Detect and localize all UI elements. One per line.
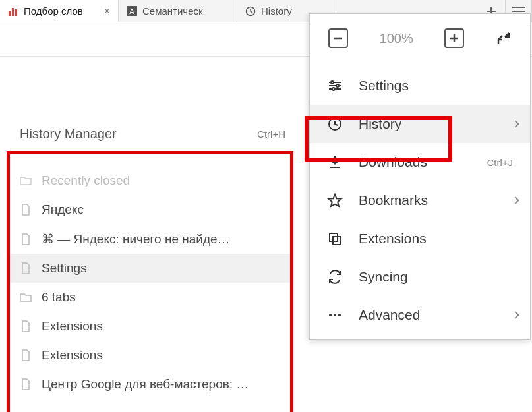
- history-item-label: Центр Google для веб-мастеров: …: [42, 377, 249, 392]
- menu-label: Syncing: [359, 269, 408, 285]
- menu-bookmarks[interactable]: Bookmarks: [310, 181, 530, 220]
- chevron-right-icon: [512, 120, 519, 127]
- menu-shortcut: Ctrl+J: [487, 157, 513, 168]
- menu-label: Bookmarks: [359, 192, 428, 208]
- zoom-in-button[interactable]: [444, 28, 464, 48]
- folder-icon: [19, 291, 32, 304]
- history-item-label: Extensions: [42, 348, 103, 363]
- history-manager-shortcut: Ctrl+H: [257, 129, 285, 140]
- history-item-label: 6 tabs: [42, 290, 76, 305]
- zoom-level: 100%: [380, 31, 413, 46]
- page-icon: [19, 349, 32, 362]
- svg-rect-7: [512, 11, 525, 12]
- history-item-label: Яндекс: [42, 202, 84, 217]
- svg-point-11: [332, 88, 335, 90]
- history-item[interactable]: Extensions: [10, 312, 290, 341]
- tab-label: History: [261, 5, 292, 16]
- history-recently-closed: Recently closed: [10, 166, 290, 195]
- history-item[interactable]: Центр Google для веб-мастеров: …: [10, 370, 290, 399]
- menu-advanced[interactable]: Advanced: [310, 296, 530, 334]
- menu-label: Advanced: [359, 307, 420, 323]
- svg-rect-2: [15, 9, 17, 16]
- svg-point-16: [334, 314, 336, 316]
- page-icon: [19, 378, 32, 391]
- history-item-label: Extensions: [42, 319, 103, 334]
- dots-icon: [327, 307, 343, 323]
- svg-point-17: [338, 314, 341, 316]
- svg-point-10: [336, 84, 339, 87]
- bars-icon: [8, 6, 18, 16]
- extensions-icon: [327, 231, 343, 247]
- tab-semantichesk[interactable]: А Семантическ: [119, 0, 237, 22]
- menu-label: Settings: [359, 78, 409, 94]
- zoom-out-button[interactable]: [328, 28, 348, 48]
- history-item[interactable]: Extensions: [10, 341, 290, 370]
- menu-label: Downloads: [359, 154, 427, 170]
- download-icon: [327, 154, 343, 170]
- menu-history[interactable]: History: [310, 105, 530, 143]
- fullscreen-icon[interactable]: [496, 30, 512, 46]
- sliders-icon: [327, 78, 343, 94]
- svg-point-15: [329, 314, 332, 316]
- zoom-row: 100%: [310, 14, 530, 67]
- clock-icon: [327, 116, 343, 132]
- svg-text:А: А: [129, 7, 134, 15]
- svg-rect-0: [9, 11, 11, 16]
- history-item-label: Recently closed: [42, 173, 130, 188]
- history-manager-label: History Manager: [20, 127, 117, 142]
- history-submenu: History Manager Ctrl+H Recently closed Я…: [7, 123, 293, 412]
- menu-label: History: [359, 116, 401, 132]
- star-icon: [327, 192, 343, 208]
- history-manager-item[interactable]: History Manager Ctrl+H: [7, 123, 293, 151]
- svg-rect-6: [512, 7, 525, 8]
- menu-label: Extensions: [359, 231, 427, 247]
- close-icon[interactable]: ×: [104, 5, 110, 17]
- chevron-right-icon: [512, 311, 519, 318]
- sync-icon: [327, 269, 343, 285]
- history-item-settings[interactable]: Settings: [10, 254, 290, 283]
- page-icon: [19, 203, 32, 216]
- history-item[interactable]: Яндекс: [10, 195, 290, 224]
- menu-extensions[interactable]: Extensions: [310, 220, 530, 258]
- history-item-tabs[interactable]: 6 tabs: [10, 283, 290, 312]
- clock-icon: [245, 6, 256, 16]
- history-list-highlight: Recently closed Яндекс ⌘ — Яндекс: ничег…: [7, 151, 293, 412]
- chevron-right-icon: [512, 196, 519, 204]
- folder-icon: [19, 174, 32, 187]
- letter-a-icon: А: [127, 6, 137, 16]
- tab-podbor-slov[interactable]: Подбор слов ×: [0, 0, 119, 22]
- history-item-label: ⌘ — Яндекс: ничего не найде…: [42, 231, 230, 247]
- main-menu-dropdown: 100% Settings History Downloads Ctrl+J B…: [309, 13, 531, 340]
- tab-label: Подбор слов: [24, 5, 83, 16]
- page-icon: [19, 233, 32, 246]
- page-icon: [19, 262, 32, 275]
- history-item[interactable]: ⌘ — Яндекс: ничего не найде…: [10, 224, 290, 254]
- svg-rect-1: [12, 8, 14, 16]
- page-icon: [19, 320, 32, 333]
- history-item-label: Settings: [42, 261, 87, 276]
- svg-point-9: [331, 81, 334, 84]
- tab-label: Семантическ: [142, 5, 203, 16]
- menu-downloads[interactable]: Downloads Ctrl+J: [310, 143, 530, 181]
- menu-syncing[interactable]: Syncing: [310, 258, 530, 296]
- menu-settings[interactable]: Settings: [310, 67, 530, 105]
